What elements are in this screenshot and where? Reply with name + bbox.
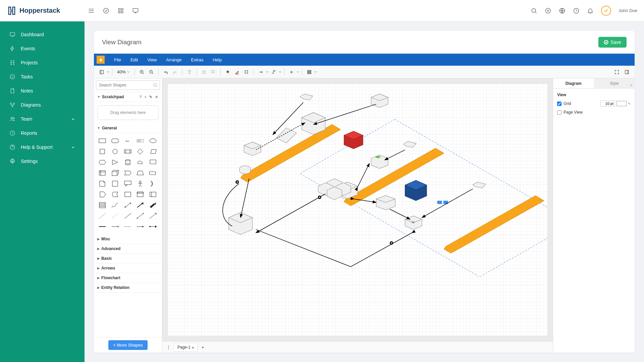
menu-icon[interactable] [88,7,95,14]
scratchpad-close-icon[interactable]: ✕ [154,95,159,99]
shape-line[interactable] [122,211,133,221]
zoom-in-button[interactable] [138,68,146,76]
arrows-header[interactable]: ▶Arrows [94,263,162,273]
menu-arrange[interactable]: Arrange [161,54,186,66]
menu-edit[interactable]: Edit [126,54,143,66]
canvas[interactable]: M [162,78,553,341]
shape-rounded-rect[interactable] [109,136,121,146]
grid-color-picker-icon[interactable]: ✎ [628,102,631,106]
shape-cloud[interactable] [135,157,146,167]
advanced-header[interactable]: ▶Advanced [94,244,162,254]
shape-parallelogram[interactable] [147,146,159,157]
shape-hexagon[interactable] [97,157,108,167]
shape-bidir-connector[interactable] [135,211,146,221]
dropdown-caret-icon[interactable] [314,71,317,73]
shape-trapezoid[interactable] [135,168,146,178]
shape-callout[interactable] [122,179,133,189]
shape-square[interactable] [97,146,108,157]
shape-list[interactable] [97,200,108,210]
menu-help[interactable]: Help [208,54,226,66]
shape-link4[interactable] [135,222,146,232]
shape-frame[interactable] [135,189,146,199]
sidebar-item-dashboard[interactable]: Dashboard [0,27,85,42]
shape-link1[interactable] [97,222,108,232]
shape-arrow[interactable] [135,200,146,210]
misc-header[interactable]: ▶Misc [94,234,162,244]
scratchpad-header[interactable]: ▼ Scratchpad ? + ✎ ✕ [94,92,162,102]
shape-data-storage[interactable] [109,189,121,199]
dropdown-caret-icon[interactable] [297,71,299,73]
search-shapes-input[interactable] [96,80,160,90]
add-icon[interactable] [545,7,551,14]
undo-button[interactable] [161,68,170,76]
connection-button[interactable] [257,68,265,76]
shadow-button[interactable] [242,68,251,76]
zoom-select[interactable]: 40% [115,69,132,74]
sidebar-item-team[interactable]: Team [0,112,85,126]
shape-document[interactable] [147,157,159,167]
dropdown-caret-icon[interactable] [266,71,269,73]
grid-size-input[interactable] [600,101,615,107]
menu-file[interactable]: File [109,54,126,66]
flowchart-header[interactable]: ▶Flowchart [94,273,162,283]
shape-actor[interactable] [135,179,146,189]
shape-curve[interactable] [109,200,121,210]
shape-container[interactable] [122,189,133,199]
menu-view[interactable]: View [143,54,161,66]
sidebar-item-projects[interactable]: Projects [0,56,85,70]
dropdown-caret-icon[interactable] [279,71,281,73]
shape-rectangle[interactable] [97,136,108,146]
shape-textbox[interactable] [135,136,146,146]
page-tab-1[interactable]: Page-1 ▴ [174,343,198,352]
table-button[interactable] [305,68,314,76]
close-icon[interactable]: ✕ [630,80,633,90]
shape-link2[interactable] [109,222,121,232]
bell-icon[interactable] [587,7,594,14]
delete-button[interactable] [185,68,194,76]
avatar[interactable] [601,6,611,16]
clock-icon[interactable] [573,7,580,14]
zoom-out-button[interactable] [147,68,156,76]
shape-step[interactable] [122,168,133,178]
tab-style[interactable]: Style✕ [594,78,635,88]
shape-tape[interactable] [147,168,159,178]
scratchpad-edit-icon[interactable]: ✎ [149,95,153,99]
shape-circle[interactable] [109,146,121,157]
more-shapes-button[interactable]: + More Shapes [108,340,148,350]
save-button[interactable]: Save [598,37,627,48]
shape-internal-storage[interactable] [97,168,108,178]
scratchpad-help-icon[interactable]: ? [139,95,143,99]
grid-color-swatch[interactable] [616,101,627,106]
view-mode-button[interactable] [97,68,106,76]
shape-diamond[interactable] [135,146,146,157]
grid-checkbox[interactable]: Grid [557,101,571,106]
to-back-button[interactable] [209,68,218,76]
sidebar-item-diagrams[interactable]: Diagrams [0,98,85,112]
page-menu-button[interactable]: ⋮ [166,345,171,350]
apps-icon[interactable] [117,7,124,14]
shape-triangle[interactable] [109,157,121,167]
scratchpad-dropzone[interactable]: Drag elements here [97,105,159,120]
line-color-button[interactable] [233,68,241,76]
to-front-button[interactable] [200,68,208,76]
drawio-logo-icon[interactable]: ◆ [97,56,105,64]
shape-bidir-arrow[interactable] [122,200,133,210]
scratchpad-add-icon[interactable]: + [144,95,147,99]
shape-cube[interactable] [109,168,121,178]
shape-note[interactable] [97,179,108,189]
shape-dotted-line[interactable] [109,211,121,221]
globe-icon[interactable] [559,7,566,14]
tab-diagram[interactable]: Diagram [553,78,594,88]
pageview-checkbox[interactable]: Page View [557,110,583,115]
shape-dashed-line[interactable] [97,211,108,221]
waypoint-button[interactable] [269,68,278,76]
general-header[interactable]: ▼General [94,123,162,133]
fill-color-button[interactable] [223,68,232,76]
check-circle-icon[interactable] [103,7,109,14]
entity-relation-header[interactable]: ▶Entity Relation [94,283,162,293]
shape-card[interactable] [109,179,121,189]
shape-link5[interactable] [147,222,159,232]
sidebar-item-tasks[interactable]: Tasks [0,70,85,84]
shape-h-container[interactable] [147,189,159,199]
shape-process[interactable] [122,146,133,157]
